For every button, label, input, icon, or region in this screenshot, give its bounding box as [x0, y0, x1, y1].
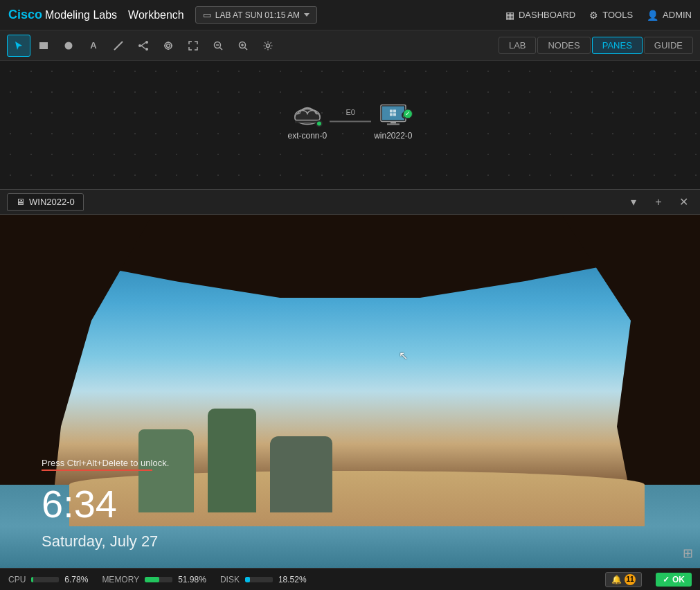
disk-stat: DISK 18.52%	[220, 575, 307, 584]
screen-resize-icon: ⊞	[683, 546, 693, 561]
tab-lab[interactable]: LAB	[499, 37, 537, 54]
line-icon	[114, 41, 123, 51]
svg-point-21	[267, 44, 270, 47]
node-container: ext-conn-0 E0	[287, 102, 412, 141]
toolbar: A	[0, 30, 700, 61]
check-icon: ✓	[663, 575, 670, 584]
node-ext-conn[interactable]: ext-conn-0	[287, 102, 327, 141]
svg-rect-34	[390, 113, 393, 116]
svg-line-7	[141, 46, 145, 49]
tool-line[interactable]	[107, 35, 130, 57]
console-panel: 🖥 WIN2022-0 ▾ + ✕ ↖ Press Ctrl+Al	[0, 189, 700, 568]
admin-nav[interactable]: 👤 ADMIN	[647, 10, 692, 21]
add-console-btn[interactable]: +	[649, 193, 668, 212]
memory-bar-container	[145, 577, 172, 582]
link-line	[330, 120, 371, 122]
memory-bar	[145, 577, 159, 582]
dashboard-nav[interactable]: ▦ DASHBOARD	[505, 10, 575, 21]
svg-point-5	[138, 44, 141, 47]
brand-text: Modeling Labs	[45, 9, 117, 21]
console-screen[interactable]: ↖ Press Ctrl+Alt+Delete to unlock. 6:34 …	[0, 215, 700, 568]
svg-line-2	[114, 42, 123, 50]
disk-label: DISK	[220, 575, 240, 584]
notifications-button[interactable]: 🔔 11	[605, 572, 642, 587]
status-bar: CPU 6.78% MEMORY 51.98% DISK 18.52% 🔔 11…	[0, 568, 700, 590]
svg-rect-35	[393, 113, 396, 116]
svg-rect-33	[393, 109, 396, 112]
rock2	[208, 409, 256, 512]
dropdown-console-btn[interactable]: ▾	[624, 193, 643, 212]
brand-cisco: Cisco	[8, 8, 42, 22]
node-link: E0	[330, 120, 371, 122]
ok-label: OK	[672, 575, 685, 584]
svg-point-8	[165, 42, 172, 49]
memory-label: MEMORY	[102, 575, 139, 584]
lab-button[interactable]: ▭ LAB AT SUN 01:15 AM	[195, 6, 317, 24]
console-title-tab[interactable]: 🖥 WIN2022-0	[7, 193, 84, 211]
tab-group: LAB NODES PANES GUIDE	[499, 37, 693, 54]
svg-point-1	[65, 42, 73, 49]
console-header: 🖥 WIN2022-0 ▾ + ✕	[0, 190, 700, 215]
windows-lockscreen: ↖ Press Ctrl+Alt+Delete to unlock. 6:34 …	[0, 215, 700, 568]
expand-icon	[188, 41, 198, 51]
brand: Cisco Modeling Labs	[8, 8, 117, 22]
cpu-bar	[31, 577, 33, 582]
tools-label: TOOLS	[602, 10, 633, 20]
svg-line-15	[220, 47, 223, 50]
lock-time: 6:34	[42, 481, 117, 526]
cursor-icon	[14, 41, 24, 51]
cpu-value: 6.78%	[64, 575, 88, 584]
close-console-btn[interactable]: ✕	[674, 193, 693, 212]
tool-zoom-out[interactable]	[206, 35, 230, 57]
lab-button-label: LAB AT SUN 01:15 AM	[215, 10, 300, 20]
tool-rectangle[interactable]	[32, 35, 55, 57]
target-icon	[163, 41, 173, 51]
svg-line-6	[141, 42, 145, 46]
admin-label: ADMIN	[663, 10, 692, 20]
share-icon	[138, 41, 149, 51]
disk-bar	[245, 577, 251, 582]
dashboard-icon: ▦	[505, 10, 514, 21]
cpu-label: CPU	[8, 575, 26, 584]
memory-stat: MEMORY 51.98%	[102, 575, 206, 584]
svg-rect-0	[39, 42, 48, 49]
tool-cursor[interactable]	[7, 35, 30, 57]
cpu-bar-container	[31, 577, 59, 582]
notif-count: 11	[625, 574, 636, 585]
tool-zoom-in[interactable]	[231, 35, 255, 57]
tab-panes[interactable]: PANES	[592, 37, 643, 54]
lock-message: Press Ctrl+Alt+Delete to unlock.	[42, 458, 169, 471]
svg-rect-32	[390, 109, 393, 112]
ok-button[interactable]: ✓ OK	[656, 573, 692, 587]
tool-expand[interactable]	[181, 35, 205, 57]
tool-settings[interactable]	[256, 35, 280, 57]
monitor-small-icon: 🖥	[16, 197, 25, 207]
tab-guide[interactable]: GUIDE	[644, 37, 693, 54]
svg-line-18	[245, 47, 248, 50]
chevron-down-icon	[304, 13, 309, 17]
disk-bar-container	[245, 577, 273, 582]
zoom-out-icon	[213, 41, 223, 51]
tab-nodes[interactable]: NODES	[537, 37, 590, 54]
text-icon: A	[90, 40, 96, 51]
zoom-in-icon	[238, 41, 248, 51]
user-icon: 👤	[647, 10, 658, 21]
tool-share[interactable]	[132, 35, 155, 57]
workbench-label: Workbench	[128, 9, 184, 21]
gear-icon: ⚙	[589, 10, 598, 21]
svg-point-4	[145, 48, 148, 51]
node-win2022[interactable]: ✓ win2022-0	[374, 102, 412, 141]
tool-target[interactable]	[156, 35, 180, 57]
tool-text[interactable]: A	[82, 35, 105, 57]
canvas-area[interactable]: ext-conn-0 E0	[0, 61, 700, 189]
nav-right: ▦ DASHBOARD ⚙ TOOLS 👤 ADMIN	[505, 10, 692, 21]
tools-nav[interactable]: ⚙ TOOLS	[589, 10, 633, 21]
bell-icon: 🔔	[611, 575, 622, 584]
tool-circle[interactable]	[57, 35, 80, 57]
svg-point-9	[167, 44, 170, 47]
check-badge: ✓	[403, 109, 413, 118]
svg-rect-36	[391, 121, 396, 123]
memory-value: 51.98%	[178, 575, 206, 584]
top-nav: Cisco Modeling Labs Workbench ▭ LAB AT S…	[0, 0, 700, 30]
svg-point-3	[145, 41, 148, 44]
